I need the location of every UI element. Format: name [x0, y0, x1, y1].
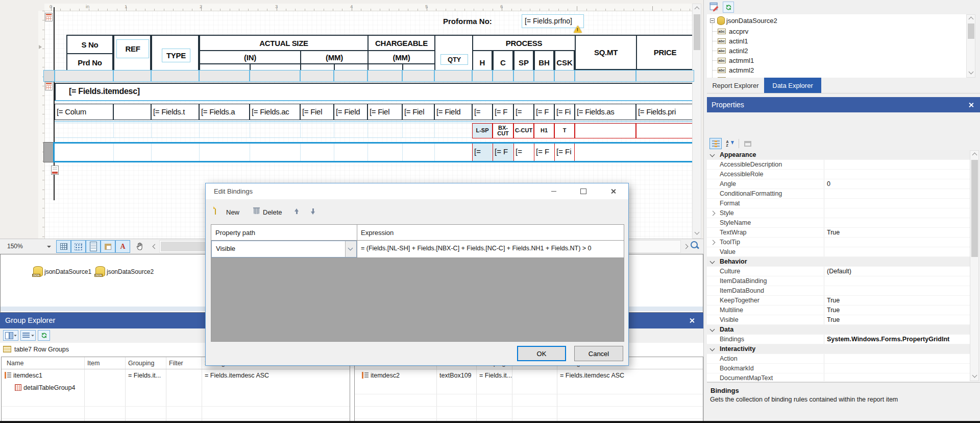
type-textbox[interactable]: TYPE	[162, 49, 190, 62]
property-row[interactable]: AccessibleRole	[707, 170, 970, 179]
chevron-right-icon[interactable]	[710, 240, 716, 245]
header-cell-sno[interactable]: S No	[66, 35, 113, 54]
detail-cell[interactable]: [= Fields.pri	[636, 104, 694, 120]
selected-row-handle[interactable]	[43, 142, 54, 162]
band-cell[interactable]	[575, 70, 636, 82]
header-cell-actual-in[interactable]: (IN)	[199, 50, 301, 64]
property-row[interactable]: StyleName	[707, 218, 970, 228]
row-groups-table[interactable]: NameItemGroupingFilterSortingitemdesc1= …	[1, 357, 350, 422]
property-row[interactable]: Action	[707, 354, 970, 364]
process-tag-row[interactable]: L-SPBX-CUTC-CUTH1T	[55, 123, 694, 138]
chevron-down-icon[interactable]	[710, 327, 715, 332]
dialog-titlebar[interactable]: Edit Bindings	[206, 183, 628, 199]
band-cell[interactable]	[368, 70, 402, 82]
table-handle-icon[interactable]	[45, 13, 53, 21]
column-header-filter[interactable]: Filter	[169, 357, 183, 369]
detail-cell[interactable]: [= Fields.a	[199, 104, 250, 120]
columns-view-button[interactable]	[3, 330, 18, 341]
alphabetical-button[interactable]: AZ	[724, 138, 736, 149]
detail-cell[interactable]: [= Fields.ac	[250, 104, 300, 120]
cancel-button[interactable]: Cancel	[574, 346, 623, 361]
column-groups-table[interactable]: NameItemGroupingFilterSortingitemdesc2te…	[354, 357, 703, 422]
scrollbar-thumb[interactable]	[694, 14, 700, 50]
property-row[interactable]: Culture(Default)	[707, 267, 970, 276]
toggle-font-button[interactable]: A	[115, 240, 130, 253]
list-view-button[interactable]	[20, 330, 36, 341]
band-cell[interactable]	[493, 70, 513, 82]
detail-cell[interactable]: [= Fiel	[368, 104, 402, 120]
band-cell[interactable]	[402, 70, 434, 82]
close-button[interactable]	[602, 183, 624, 199]
data-explorer-tree[interactable]: jsonDataSource2abcaccprvabcactinl1abcact…	[707, 14, 966, 78]
band-cell[interactable]	[300, 70, 334, 82]
detail-cell[interactable]: [= Field	[334, 104, 368, 120]
grid-header-expression[interactable]: Expression	[361, 229, 394, 237]
page-break-icon[interactable]	[51, 166, 59, 175]
column-header-name[interactable]: Name	[7, 357, 23, 369]
detail-cell[interactable]: [= Fields.t	[151, 104, 199, 120]
process-tag-cell[interactable]	[636, 123, 694, 138]
tab-report-explorer[interactable]: Report Explorer	[707, 78, 764, 93]
property-row[interactable]: BookmarkId	[707, 364, 970, 373]
detail-cell[interactable]: [= Fiel	[402, 104, 434, 120]
selected-cell[interactable]: [=	[513, 144, 534, 161]
tree-scrollbar[interactable]	[966, 14, 975, 78]
tab-data-explorer[interactable]: Data Explorer	[764, 78, 821, 93]
property-pages-button[interactable]	[742, 138, 754, 149]
band-cell[interactable]	[434, 70, 472, 82]
toggle-ruler-button[interactable]	[101, 240, 115, 253]
property-category-row[interactable]: Appearance	[707, 150, 970, 160]
property-row[interactable]: Style	[707, 208, 970, 218]
proforma-label[interactable]: Proforma No:	[443, 17, 492, 26]
zoom-level[interactable]: 150%	[7, 243, 23, 250]
detail-row[interactable]: [= Colum[= Fields.t[= Fields.a[= Fields.…	[55, 104, 694, 120]
pan-tool-button[interactable]	[132, 240, 147, 253]
ok-button[interactable]: OK	[517, 346, 566, 361]
maximize-button[interactable]	[572, 183, 595, 199]
chevron-down-icon[interactable]	[710, 152, 715, 157]
scrollbar-thumb[interactable]	[968, 24, 974, 39]
property-value[interactable]: True	[827, 228, 969, 237]
selected-row[interactable]: [=[= F[=[= F[= Fi	[53, 142, 695, 162]
band-cell[interactable]	[534, 70, 554, 82]
process-tag-cell[interactable]: H1	[534, 123, 554, 138]
detail-cell[interactable]: [= Fiel	[300, 104, 334, 120]
property-grid[interactable]: AppearanceAccessibleDescriptionAccessibl…	[707, 150, 970, 381]
detail-cell[interactable]	[113, 104, 151, 120]
minimize-button[interactable]	[543, 183, 565, 199]
column-header-item[interactable]: Item	[87, 357, 100, 369]
property-row[interactable]: Format	[707, 199, 970, 208]
zoom-dropdown-icon[interactable]	[47, 246, 51, 248]
delete-button[interactable]: Delete	[263, 208, 282, 216]
property-value[interactable]: (Default)	[827, 267, 969, 276]
edit-datasource-button[interactable]	[709, 2, 721, 13]
toggle-page-button[interactable]	[86, 240, 101, 253]
detail-cell[interactable]: [=	[472, 104, 493, 120]
property-row[interactable]: ConditionalFormatting	[707, 189, 970, 199]
selected-cell[interactable]: [= F	[534, 144, 554, 161]
propertygrid-scrollbar[interactable]	[970, 150, 979, 381]
table-band-row[interactable]	[55, 70, 694, 82]
band-cell[interactable]	[472, 70, 493, 82]
categorized-button[interactable]	[709, 138, 722, 149]
property-row[interactable]: VisibleTrue	[707, 315, 970, 325]
header-cell-price[interactable]: PRICE	[636, 35, 694, 70]
header-cell-actual-mm[interactable]: (MM)	[300, 50, 369, 64]
process-tag-cell[interactable]	[575, 123, 636, 138]
group-row-itemdesc[interactable]: [= Fields.itemdesc]	[55, 83, 694, 101]
property-row[interactable]: AccessibleDescription	[707, 160, 970, 170]
table-handle-icon[interactable]	[45, 82, 53, 90]
band-cell[interactable]	[55, 70, 113, 82]
grid-header-property[interactable]: Property path	[215, 229, 255, 237]
process-tag-cell[interactable]: T	[554, 123, 575, 138]
object-selector-area[interactable]	[707, 112, 980, 136]
band-cell[interactable]	[250, 70, 300, 82]
toggle-snap-button[interactable]	[71, 240, 86, 253]
property-row[interactable]: KeepTogetherTrue	[707, 296, 970, 306]
new-icon[interactable]	[215, 206, 216, 215]
combo-dropdown-button[interactable]	[345, 241, 356, 257]
property-category-row[interactable]: Interactivity	[707, 344, 970, 354]
header-cell-process[interactable]: PROCESS	[472, 35, 576, 51]
property-row[interactable]: ItemDataBinding	[707, 276, 970, 286]
edit-bindings-dialog[interactable]: Edit Bindings New Delete Property path E…	[205, 183, 629, 366]
